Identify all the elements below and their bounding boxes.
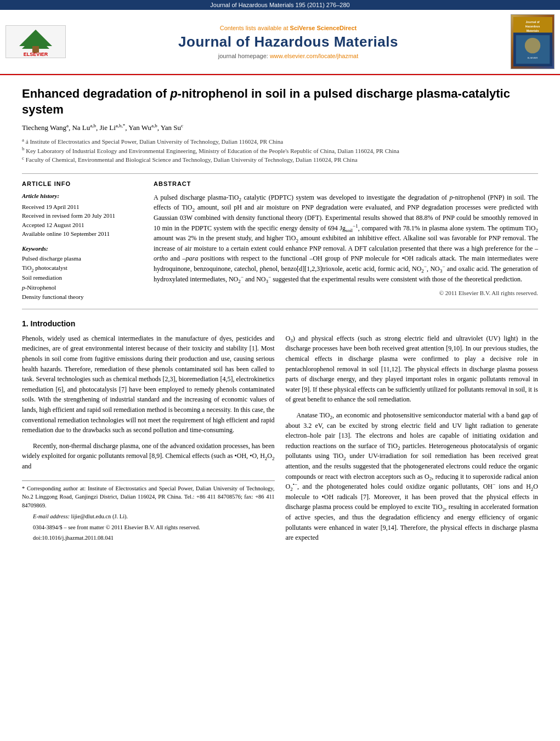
affiliations: a á Institute of Electrostatics and Spec… [22, 137, 538, 165]
divider [22, 173, 538, 174]
footnote-doi: doi:10.1016/j.jhazmat.2011.08.041 [22, 534, 275, 542]
sciverse-line: Contents lists available at SciVerse Sci… [66, 25, 511, 31]
keyword-2: TiO2 photocatalyst [22, 263, 143, 273]
article-info-heading: ARTICLE INFO [22, 180, 143, 187]
abstract-column: ABSTRACT A pulsed discharge plasma-TiO2 … [154, 180, 538, 302]
elsevier-logo: ELSEVIER [5, 25, 66, 58]
keyword-3: Soil remediation [22, 273, 143, 283]
available-date: Available online 10 September 2011 [22, 229, 143, 239]
svg-text:Journal of: Journal of [525, 20, 539, 24]
body-para-2: Recently, non-thermal discharge plasma, … [22, 441, 275, 472]
received-date: Received 19 April 2011 [22, 202, 143, 212]
affiliation-c: c Faculty of Chemical, Environmental and… [22, 155, 538, 165]
body-col-left: Phenols, widely used as chemical interme… [22, 333, 275, 548]
body-columns: Phenols, widely used as chemical interme… [22, 333, 538, 548]
abstract-heading: ABSTRACT [154, 180, 538, 187]
abstract-text: A pulsed discharge plasma-TiO2 catalytic… [154, 193, 538, 284]
top-bar: Journal of Hazardous Materials 195 (2011… [0, 0, 560, 10]
body-col-right: O3) and physical effects (such as strong… [286, 333, 539, 548]
elsevier-center: Contents lists available at SciVerse Sci… [66, 25, 511, 59]
svg-text:ELSEVIER: ELSEVIER [527, 57, 538, 59]
info-abstract-columns: ARTICLE INFO Article history: Received 1… [22, 180, 538, 302]
article-info-column: ARTICLE INFO Article history: Received 1… [22, 180, 143, 302]
accepted-date: Accepted 12 August 2011 [22, 220, 143, 230]
svg-point-11 [524, 38, 540, 53]
body-para-1: Phenols, widely used as chemical interme… [22, 333, 275, 435]
keyword-4: p-Nitrophenol [22, 283, 143, 293]
copyright: © 2011 Elsevier B.V. All rights reserved… [154, 290, 538, 296]
journal-header: Journal of Hazardous Materials 195 (2011… [0, 0, 560, 75]
journal-cover: Journal of Hazardous Materials ELSEVIER [511, 14, 555, 69]
footnote-email: E-mail address: lijie@dlut.edu.cn (J. Li… [22, 512, 275, 521]
combined-word: combined [195, 214, 220, 222]
history-label: Article history: [22, 193, 143, 199]
body-para-3: O3) and physical effects (such as strong… [286, 333, 539, 405]
sciverse-link[interactable]: SciVerse ScienceDirect [290, 25, 357, 31]
section1-heading: 1. Introduction [22, 319, 538, 328]
affiliation-a: a á Institute of Electrostatics and Spec… [22, 137, 538, 146]
article-container: Enhanced degradation of p-nitrophenol in… [0, 75, 560, 559]
homepage-url[interactable]: www.elsevier.com/locate/jhazmat [270, 53, 358, 59]
article-title: Enhanced degradation of p-nitrophenol in… [22, 86, 538, 117]
keywords-label: Keywords: [22, 245, 143, 252]
svg-text:Materials: Materials [526, 29, 539, 32]
body-para-4: Anatase TiO2, an economic and photosensi… [286, 410, 539, 543]
svg-text:Hazardous: Hazardous [525, 25, 540, 28]
keyword-1: Pulsed discharge plasma [22, 254, 143, 264]
keyword-5: Density functional theory [22, 292, 143, 302]
footnote-corresponding: * Corresponding author at: Institute of … [22, 484, 275, 510]
divider-2 [22, 309, 538, 309]
homepage-line: journal homepage: www.elsevier.com/locat… [66, 53, 511, 59]
footnote-license: 0304-3894/$ – see front matter © 2011 El… [22, 523, 275, 532]
affiliation-b: b Key Laboratory of Industrial Ecology a… [22, 146, 538, 156]
journal-citation: Journal of Hazardous Materials 195 (2011… [210, 2, 349, 8]
elsevier-banner: ELSEVIER Contents lists available at Sci… [0, 10, 560, 74]
footnotes: * Corresponding author at: Institute of … [22, 480, 275, 543]
journal-title: Journal of Hazardous Materials [66, 33, 511, 50]
keywords-section: Keywords: Pulsed discharge plasma TiO2 p… [22, 245, 143, 302]
received-revised-date: Received in revised form 20 July 2011 [22, 211, 143, 220]
authors-line: Tiecheng Wanga, Na Lua,b, Jie Lia,b,*, Y… [22, 123, 538, 133]
svg-text:ELSEVIER: ELSEVIER [24, 52, 48, 57]
